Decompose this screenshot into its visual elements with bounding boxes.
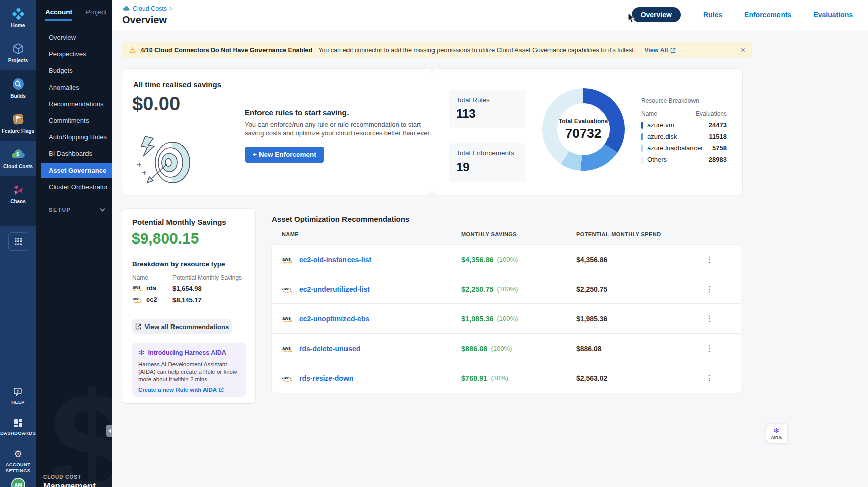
breakdown-name: azure.vm (647, 121, 674, 129)
setup-section-toggle[interactable]: SETUP (36, 196, 112, 213)
tab-rules[interactable]: Rules (703, 11, 722, 19)
aida-floating-button[interactable]: ✻ AIDA (766, 424, 787, 443)
sidebar-item-autostopping-rules[interactable]: AutoStopping Rules (36, 129, 112, 145)
tab-evaluations[interactable]: Evaluations (813, 11, 853, 19)
pot-row-ec2: aws ec2 (132, 296, 157, 303)
tab-project[interactable]: Project (85, 8, 107, 21)
new-enforcement-button[interactable]: + New Enforcement (245, 147, 324, 163)
user-avatar[interactable]: AM (11, 478, 25, 487)
rail-group-chaos: Chaos (0, 176, 36, 211)
savings-percent: (100%) (491, 345, 512, 352)
breakdown-row: azure.loadbalancer 5758 (641, 144, 727, 152)
account-settings-label: ACCOUNT SETTINGS (3, 462, 33, 474)
monthly-savings-value: $2,250.75 (461, 285, 494, 293)
external-link-icon (670, 48, 676, 53)
col-potential-spend: POTENTIAL MONTHLY SPEND (576, 231, 661, 237)
rail-item-label: Chaos (10, 199, 26, 205)
monthly-savings-value: $886.08 (461, 345, 487, 353)
rail-item-label: Feature Flags (2, 128, 34, 134)
aws-icon: aws (282, 256, 294, 264)
donut-center-value: 70732 (565, 126, 601, 141)
view-all-recommendations-button[interactable]: View all Recommendations (132, 319, 232, 334)
cloud-costs-sidebar: Account Project Overview Perspectives Bu… (36, 0, 112, 487)
rail-item-builds[interactable]: Builds (0, 70, 36, 106)
row-menu-button[interactable]: ⋮ (702, 304, 716, 334)
col-monthly-savings: MONTHLY SAVINGS (461, 231, 517, 237)
sidebar-item-commitments[interactable]: Commitments (36, 113, 112, 128)
total-rules-label: Total Rules (456, 96, 518, 104)
page-title: Overview (122, 14, 167, 26)
savings-percent: (100%) (497, 256, 518, 263)
rail-item-label: Home (11, 23, 25, 29)
create-rule-with-aida-link[interactable]: Create a new Rule with AIDA (138, 387, 240, 393)
rail-item-chaos[interactable]: Chaos (0, 176, 36, 211)
rail-item-label: Projects (8, 58, 28, 64)
scope-tabs: Account Project (36, 0, 112, 21)
cube-icon (12, 42, 24, 56)
row-menu-button[interactable]: ⋮ (702, 363, 716, 393)
create-rule-with-aida-label: Create a new Rule with AIDA (138, 387, 217, 393)
legend-swatch (641, 145, 643, 152)
monthly-savings-value: $4,356.86 (461, 256, 494, 264)
module-rail: Home Projects Builds (0, 0, 36, 487)
rail-item-feature-flags[interactable]: Feature Flags (0, 106, 36, 141)
rail-group-cloud-costs: $ Cloud Costs (0, 141, 36, 176)
breadcrumb: Cloud Costs > (122, 5, 173, 12)
rail-item-projects[interactable]: Projects (0, 35, 36, 70)
table-row: aws ec2-old-instances-list $4,356.86 (10… (272, 245, 741, 274)
app-root: Home Projects Builds (0, 0, 868, 487)
external-link-icon (135, 323, 141, 330)
recommendation-link[interactable]: ec2-old-instances-list (299, 256, 371, 264)
banner-close-button[interactable]: × (741, 46, 745, 55)
sidebar-item-anomalies[interactable]: Anomalies (36, 79, 112, 95)
sidebar-item-cluster-orchestrator[interactable]: Cluster Orchestrator (36, 179, 112, 195)
sidebar-item-perspectives[interactable]: Perspectives (36, 46, 112, 62)
breadcrumb-cloud-costs-link[interactable]: Cloud Costs (133, 5, 167, 12)
recommendation-link[interactable]: rds-resize-down (299, 374, 353, 382)
module-label-big: Management (43, 481, 96, 487)
sidebar-item-bi-dashboards[interactable]: BI Dashboards (36, 146, 112, 161)
row-menu-button[interactable]: ⋮ (702, 334, 716, 363)
recommendation-link[interactable]: ec2-unoptimized-ebs (299, 315, 369, 323)
module-label-small: CLOUD COST (43, 474, 96, 480)
tab-enforcements[interactable]: Enforcements (744, 11, 791, 19)
governance-tabs: Overview Rules Enforcements Evaluations (632, 7, 853, 22)
banner-view-all-link[interactable]: View All (644, 47, 675, 54)
governance-warning-banner: ⚠ 4/10 Cloud Connectors Do Not Have Gove… (122, 42, 752, 58)
total-enforcements-label: Total Enforcements (456, 149, 518, 157)
monthly-savings-value: $1,985.36 (461, 315, 494, 323)
legend-swatch (641, 133, 643, 140)
sidebar-item-asset-governance[interactable]: Asset Governance (41, 163, 112, 178)
svg-text:$: $ (16, 151, 19, 157)
banner-title: 4/10 Cloud Connectors Do Not Have Govern… (140, 47, 312, 54)
rail-item-home[interactable]: Home (0, 0, 36, 35)
chevron-down-icon (100, 207, 105, 212)
main-content: Cloud Costs > Overview Overview Rules En… (112, 0, 868, 487)
sidebar-item-overview[interactable]: Overview (36, 30, 112, 45)
savings-percent: (30%) (491, 374, 508, 382)
tab-account[interactable]: Account (45, 8, 72, 21)
resource-name: ec2 (146, 296, 157, 303)
breakdown-row: azure.disk 11518 (641, 133, 727, 140)
breakdown-by-type-title: Breakdown by resource type (132, 260, 225, 268)
help-button[interactable]: ? HELP (0, 388, 36, 405)
view-all-label: View All (644, 47, 668, 54)
tab-overview[interactable]: Overview (632, 7, 681, 22)
warning-icon: ⚠ (129, 46, 136, 55)
sidebar-item-budgets[interactable]: Budgets (36, 63, 112, 78)
recommendation-link[interactable]: rds-delete-unused (299, 345, 360, 353)
sidebar-collapse-handle[interactable] (106, 425, 112, 437)
recommendation-link[interactable]: ec2-underutilized-list (299, 285, 370, 293)
table-row: aws ec2-unoptimized-ebs $1,985.36 (100%)… (272, 304, 741, 334)
aida-flower-icon: ✻ (773, 427, 779, 435)
row-menu-button[interactable]: ⋮ (702, 245, 716, 274)
dashboards-button[interactable]: DASHBOARDS (0, 419, 36, 436)
module-picker-button[interactable] (8, 232, 28, 251)
help-label: HELP (11, 399, 25, 405)
rail-item-cloud-costs[interactable]: $ Cloud Costs (0, 141, 36, 176)
sidebar-item-recommendations[interactable]: Recommendations (36, 96, 112, 112)
row-menu-button[interactable]: ⋮ (702, 274, 716, 304)
account-settings-button[interactable]: ⚙ ACCOUNT SETTINGS (0, 449, 36, 474)
resource-breakdown-title: Resource Breakdown (641, 97, 699, 104)
recommendations-table: aws ec2-old-instances-list $4,356.86 (10… (272, 245, 741, 393)
